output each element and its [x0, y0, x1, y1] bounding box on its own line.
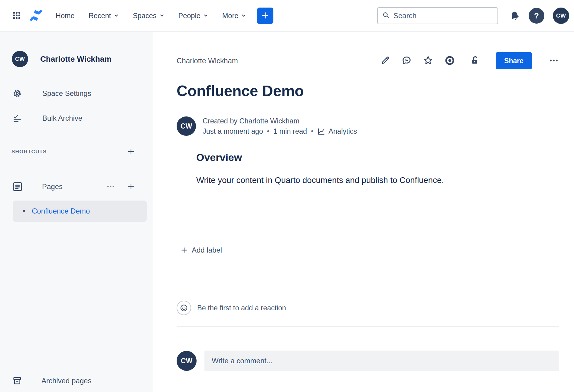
comment-button[interactable] — [401, 55, 412, 67]
help-button[interactable]: ? — [529, 8, 544, 24]
sidebar-item-label: Bulk Archive — [42, 114, 82, 122]
nav-item-spaces[interactable]: Spaces — [133, 12, 164, 20]
sidebar-item-label: Archived pages — [41, 377, 91, 385]
comment-input[interactable] — [212, 357, 552, 365]
body-paragraph: Write your content in Quarto documents a… — [196, 175, 559, 186]
avatar-initials: CW — [556, 12, 566, 19]
confluence-logo[interactable] — [29, 8, 43, 23]
avatar-initials: CW — [181, 122, 192, 130]
pages-actions — [106, 182, 135, 192]
comment-box[interactable] — [204, 351, 559, 371]
reaction-prompt: Be the first to add a reaction — [197, 304, 286, 312]
read-time: 1 min read — [273, 127, 307, 136]
comment-section: CW — [177, 351, 559, 371]
top-navigation: Home Recent Spaces People — [0, 0, 574, 32]
confluence-app: Home Recent Spaces People — [0, 0, 574, 392]
space-menu: Space Settings Bulk Archive — [0, 81, 153, 131]
nav-item-label: People — [178, 12, 201, 20]
nav-item-home[interactable]: Home — [56, 12, 75, 20]
add-label-text: Add label — [192, 246, 222, 254]
timestamp: Just a moment ago — [203, 127, 263, 136]
labels-section: Add label — [178, 244, 559, 256]
smiley-icon — [179, 303, 188, 312]
add-shortcut-button[interactable] — [127, 147, 135, 157]
comments-divider — [177, 326, 559, 327]
space-name: Charlotte Wickham — [40, 54, 111, 64]
space-avatar: CW — [12, 51, 28, 67]
page-content: Charlotte Wickham — [153, 32, 574, 392]
search-input[interactable] — [393, 11, 493, 20]
search-box[interactable] — [377, 7, 498, 24]
nav-item-label: Recent — [89, 12, 111, 20]
sidebar-item-label: Space Settings — [42, 89, 91, 98]
author-avatar: CW — [177, 116, 196, 136]
pencil-icon — [380, 55, 390, 66]
more-actions-button[interactable] — [549, 55, 559, 67]
ellipsis-icon — [106, 182, 115, 192]
byline: CW Created by Charlotte Wickham Just a m… — [177, 116, 559, 136]
question-mark-icon: ? — [534, 11, 539, 21]
profile-avatar-button[interactable]: CW — [553, 8, 569, 24]
plus-icon — [127, 147, 135, 157]
unlocked-padlock-icon — [470, 55, 480, 67]
chart-line-icon — [317, 127, 325, 136]
archive-box-icon — [12, 376, 22, 386]
breadcrumb[interactable]: Charlotte Wickham — [177, 57, 238, 65]
space-header[interactable]: CW Charlotte Wickham — [0, 51, 153, 67]
bullet-icon — [23, 210, 25, 212]
watch-button[interactable] — [444, 55, 455, 67]
reactions-section: Be the first to add a reaction — [177, 301, 559, 315]
commenter-avatar: CW — [177, 351, 197, 371]
star-icon — [423, 55, 433, 67]
avatar-initials: CW — [181, 357, 192, 365]
edit-button[interactable] — [380, 55, 390, 66]
gear-icon — [12, 89, 22, 98]
page-title: Confluence Demo — [177, 82, 559, 100]
separator-dot: • — [311, 127, 313, 136]
bell-icon — [508, 9, 521, 22]
page-actions: Share — [380, 52, 559, 69]
byline-meta: Created by Charlotte Wickham Just a mome… — [203, 117, 357, 136]
sidebar-item-pages[interactable]: Pages — [0, 178, 153, 196]
nav-item-people[interactable]: People — [178, 12, 208, 20]
pages-label: Pages — [42, 182, 63, 191]
sidebar-item-space-settings[interactable]: Space Settings — [0, 81, 153, 106]
add-page-button[interactable] — [127, 182, 135, 191]
comment-bubble-icon — [401, 55, 412, 67]
create-button[interactable] — [257, 8, 273, 24]
confluence-logo-icon — [29, 8, 43, 23]
share-button[interactable]: Share — [496, 52, 532, 69]
favorite-button[interactable] — [423, 55, 433, 67]
add-reaction-button[interactable] — [177, 301, 191, 315]
primary-nav: Home Recent Spaces People — [56, 12, 246, 20]
ellipsis-icon — [549, 55, 559, 67]
page-tree-item-confluence-demo[interactable]: Confluence Demo — [13, 201, 147, 222]
pages-icon — [12, 181, 23, 192]
nav-item-more[interactable]: More — [222, 12, 246, 20]
analytics-label: Analytics — [328, 127, 357, 136]
app-grid-icon — [12, 11, 21, 21]
add-label-button[interactable]: Add label — [178, 244, 224, 256]
chevron-down-icon — [114, 12, 119, 20]
sidebar-item-bulk-archive[interactable]: Bulk Archive — [0, 106, 153, 131]
notifications-button[interactable] — [510, 11, 520, 21]
chevron-down-icon — [203, 12, 208, 20]
shortcuts-section-header: SHORTCUTS — [0, 146, 153, 158]
page-tree: Confluence Demo — [0, 196, 153, 222]
app-switcher-button[interactable] — [12, 11, 21, 21]
search-icon — [382, 11, 390, 20]
app-shell: CW Charlotte Wickham Space Settings — [0, 32, 574, 392]
plus-icon — [180, 246, 188, 254]
pages-more-button[interactable] — [106, 182, 115, 192]
plus-icon — [127, 182, 135, 191]
byline-details: Just a moment ago • 1 min read • An — [203, 127, 357, 136]
restrictions-button[interactable] — [470, 55, 480, 67]
created-by-text: Created by Charlotte Wickham — [203, 117, 357, 125]
analytics-link[interactable]: Analytics — [317, 127, 357, 136]
shortcuts-label: SHORTCUTS — [11, 149, 47, 155]
nav-item-label: Spaces — [133, 12, 156, 20]
plus-icon — [261, 11, 270, 21]
sidebar-item-archived-pages[interactable]: Archived pages — [0, 370, 153, 391]
nav-item-recent[interactable]: Recent — [89, 12, 119, 20]
section-heading: Overview — [196, 152, 559, 163]
